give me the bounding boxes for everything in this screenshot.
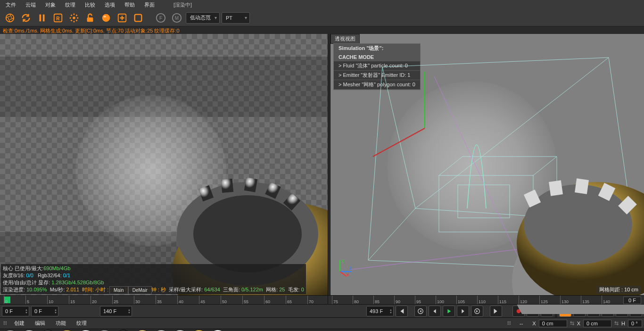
svg-point-29 <box>524 184 632 265</box>
tick: 0 <box>4 296 8 304</box>
goto-start-button[interactable] <box>396 306 408 317</box>
tick: 140 <box>602 296 610 304</box>
aperture-icon[interactable] <box>3 11 17 25</box>
gear-icon[interactable] <box>67 11 81 25</box>
tick: 15 <box>69 296 75 304</box>
menu-compare[interactable]: 比较 <box>81 0 99 9</box>
start-frame-field[interactable]: 0 F▲▼ <box>31 306 58 316</box>
tick: 95 <box>415 296 421 304</box>
tick: 80 <box>353 296 359 304</box>
svg-line-39 <box>340 272 347 276</box>
svg-rect-2 <box>43 14 45 21</box>
tab-function[interactable]: 功能 <box>51 319 71 328</box>
tab-main[interactable]: Main <box>109 286 128 294</box>
tick: 125 <box>539 296 548 304</box>
r-button[interactable]: R <box>51 11 65 25</box>
coordinates-group: X0 cm ⇆ X0 cm ⇆ H0 ° <box>532 320 642 327</box>
svg-text:M: M <box>175 15 179 20</box>
svg-point-0 <box>6 14 14 22</box>
current-frame-field[interactable]: 0 F▲▼ <box>2 306 29 316</box>
menu-icon[interactable]: ⁝⁝ <box>507 320 514 326</box>
m-circle-icon[interactable]: M <box>170 11 184 25</box>
tick: 115 <box>498 296 506 304</box>
square-icon[interactable] <box>131 11 145 25</box>
lock-icon[interactable] <box>83 11 97 25</box>
menu-icon[interactable]: ⁝⁝ <box>2 320 8 326</box>
pause-icon[interactable] <box>35 11 49 25</box>
tab-demair[interactable]: DeMair <box>128 286 152 294</box>
tick: 20 <box>91 296 97 304</box>
coord-dash: -- <box>515 320 528 327</box>
tick: 35 <box>156 296 162 304</box>
svg-rect-1 <box>40 14 41 21</box>
svg-point-5 <box>73 17 75 19</box>
render-info-overlay: 核心 已使用/最大:690Mb/4Gb 灰度8/16: 0/0 Rgb32/64… <box>1 264 306 294</box>
play-button[interactable] <box>443 306 455 317</box>
svg-text:R: R <box>56 16 60 21</box>
tick: 110 <box>477 296 486 304</box>
sphere-icon[interactable] <box>99 11 113 25</box>
svg-rect-10 <box>135 14 142 21</box>
main-area: 核心 已使用/最大:690Mb/4Gb 灰度8/16: 0/0 Rgb32/64… <box>0 34 644 295</box>
menu-help[interactable]: 帮助 <box>121 0 139 9</box>
total-frames-field[interactable]: 493 F▲▼ <box>366 306 394 316</box>
y-label: X <box>577 321 580 326</box>
range-end-field[interactable]: 140 F▲▼ <box>100 306 132 316</box>
menu-file[interactable]: 文件 <box>2 0 20 9</box>
x-field[interactable]: 0 cm <box>539 320 567 327</box>
next-frame-button[interactable] <box>457 306 469 317</box>
svg-rect-19 <box>221 179 233 193</box>
render-view[interactable]: 核心 已使用/最大:690Mb/4Gb 灰度8/16: 0/0 Rgb32/64… <box>0 34 328 295</box>
svg-point-7 <box>102 14 110 22</box>
x2-field[interactable]: 0 cm <box>583 320 611 327</box>
add-icon[interactable] <box>115 11 129 25</box>
svg-rect-6 <box>87 17 93 22</box>
pt-dropdown[interactable]: PT <box>222 12 250 24</box>
menu-cloud[interactable]: 云端 <box>22 0 40 9</box>
tick: 60 <box>264 296 270 304</box>
perspective-viewport[interactable]: 透视视图 Simulation "场景": CACHE MODE > Fluid… <box>330 34 644 295</box>
tab-texture[interactable]: 纹理 <box>72 319 91 328</box>
tab-edit[interactable]: 编辑 <box>30 319 50 328</box>
tick: 130 <box>560 296 569 304</box>
next-key-button[interactable] <box>471 306 483 317</box>
tick: 135 <box>581 296 589 304</box>
axis-gizmo[interactable]: y z x <box>335 257 354 276</box>
h-field[interactable]: 0 ° <box>628 320 642 327</box>
svg-text:y: y <box>342 257 345 263</box>
tick: 85 <box>373 296 380 304</box>
render-stats-line: 检查:0ms./1ms. 网格生成:0ms. 更新[C]:0ms. 节点:70 … <box>0 26 644 34</box>
svg-rect-32 <box>575 178 589 194</box>
dynamic-range-dropdown[interactable]: 低动态范 <box>186 12 220 24</box>
tick: 55 <box>242 296 248 304</box>
material-shelf <box>0 329 644 331</box>
tick: 45 <box>199 296 205 304</box>
tick: 30 <box>134 296 140 304</box>
tick: 90 <box>394 296 400 304</box>
tick: 10 <box>47 296 53 304</box>
tick: 100 <box>436 296 444 304</box>
menu-interface[interactable]: 界面 <box>140 0 158 9</box>
tab-create[interactable]: 创建 <box>9 319 29 328</box>
svg-rect-31 <box>549 180 563 196</box>
f-circle-icon[interactable]: F <box>154 11 168 25</box>
tick: 5 <box>25 296 29 304</box>
svg-line-26 <box>373 128 425 157</box>
svg-text:F: F <box>159 15 162 20</box>
grid-spacing-label: 网格间距 : 10 cm <box>596 286 641 294</box>
tick: 25 <box>112 296 118 304</box>
refresh-icon[interactable] <box>19 11 33 25</box>
lower-toolbar: ⁝⁝ 创建 编辑 功能 纹理 ⁝⁝ -- X0 cm ⇆ X0 cm ⇆ H0 … <box>0 318 644 329</box>
timeline-ruler[interactable]: 0510152025303540455055606570 0 F75808590… <box>0 295 644 305</box>
x-label: X <box>532 321 536 326</box>
h-label: H <box>621 321 625 326</box>
menu-texture[interactable]: 纹理 <box>61 0 79 9</box>
svg-text:z: z <box>349 265 352 271</box>
svg-rect-20 <box>244 177 257 192</box>
prev-frame-button[interactable] <box>429 306 441 317</box>
menu-options[interactable]: 选项 <box>101 0 119 9</box>
tick: 65 <box>286 296 292 304</box>
prev-key-button[interactable] <box>414 306 427 317</box>
render-layer-tabs: Main DeMair <box>109 286 152 294</box>
menu-object[interactable]: 对象 <box>41 0 59 9</box>
